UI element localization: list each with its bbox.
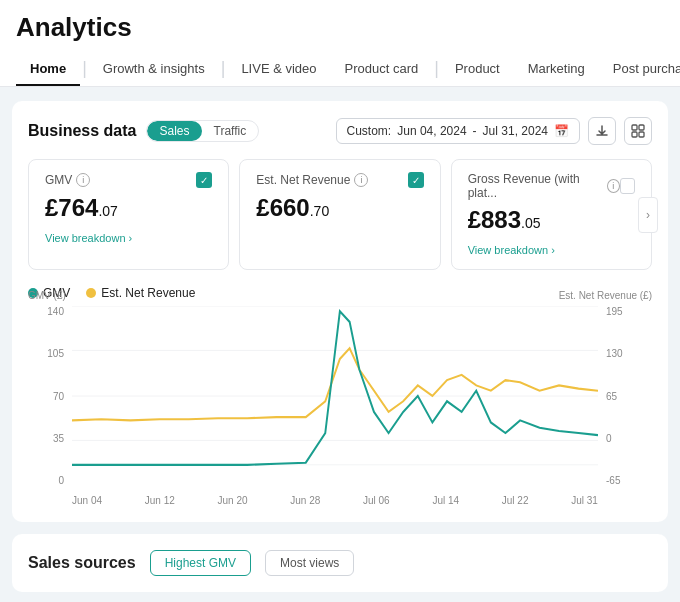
gmv-checkbox[interactable]: ✓: [196, 172, 212, 188]
card-header: Business data Sales Traffic Custom: Jun …: [28, 117, 652, 145]
gmv-breakdown-link[interactable]: View breakdown ›: [45, 232, 132, 244]
sales-sources-title: Sales sources: [28, 554, 136, 572]
sales-sources-card: Sales sources Highest GMV Most views: [12, 534, 668, 592]
nav-sep-3: |: [432, 58, 441, 79]
metrics-row: GMV i ✓ £764.07 View breakdown ›: [28, 159, 652, 270]
download-button[interactable]: [588, 117, 616, 145]
chart-y-axis-right: 195 130 65 0 -65: [602, 306, 652, 486]
card-title-row: Business data Sales Traffic: [28, 120, 259, 142]
nav-tabs: Home | Growth & insights | LIVE & video …: [16, 53, 664, 86]
chart-area: GMV (£) Est. Net Revenue (£) 140 105 70 …: [28, 306, 652, 506]
check-icon-2: ✓: [412, 175, 420, 186]
chart-ylabel-right: Est. Net Revenue (£): [532, 290, 652, 301]
net-revenue-legend-dot: [86, 288, 96, 298]
net-revenue-info-icon[interactable]: i: [354, 173, 368, 187]
gmv-label: GMV i: [45, 173, 90, 187]
gmv-metric-card: GMV i ✓ £764.07 View breakdown ›: [28, 159, 229, 270]
business-data-title: Business data: [28, 122, 136, 140]
calendar-icon: 📅: [554, 124, 569, 138]
date-range-label: Custom:: [347, 124, 392, 138]
tab-product[interactable]: Product: [441, 53, 514, 86]
chart-x-labels: Jun 04 Jun 12 Jun 20 Jun 28 Jul 06 Jul 1…: [72, 495, 598, 506]
date-range-controls: Custom: Jun 04, 2024 - Jul 31, 2024 📅: [336, 117, 652, 145]
chart-ylabel-left: GMV (£): [28, 290, 66, 301]
tab-marketing[interactable]: Marketing: [514, 53, 599, 86]
gross-revenue-value: £883.05: [468, 206, 635, 234]
tab-home[interactable]: Home: [16, 53, 80, 86]
chart-svg: [72, 306, 598, 486]
grid-button[interactable]: [624, 117, 652, 145]
date-range-button[interactable]: Custom: Jun 04, 2024 - Jul 31, 2024 📅: [336, 118, 580, 144]
traffic-tab-btn[interactable]: Traffic: [202, 121, 259, 141]
nav-sep-1: |: [80, 58, 89, 79]
most-views-tab[interactable]: Most views: [265, 550, 354, 576]
business-data-card: Business data Sales Traffic Custom: Jun …: [12, 101, 668, 522]
sales-sources-header: Sales sources Highest GMV Most views: [28, 550, 652, 576]
gross-revenue-checkbox[interactable]: [620, 178, 635, 194]
net-revenue-legend-item: Est. Net Revenue: [86, 286, 195, 300]
nav-sep-2: |: [219, 58, 228, 79]
metrics-scroll-right-button[interactable]: ›: [638, 197, 658, 233]
net-revenue-metric-card: Est. Net Revenue i ✓ £660.70: [239, 159, 440, 270]
net-revenue-legend-label: Est. Net Revenue: [101, 286, 195, 300]
tab-live-video[interactable]: LIVE & video: [227, 53, 330, 86]
date-range-separator: -: [473, 124, 477, 138]
tab-growth-insights[interactable]: Growth & insights: [89, 53, 219, 86]
sales-tab-btn[interactable]: Sales: [147, 121, 201, 141]
check-icon: ✓: [200, 175, 208, 186]
tab-post-purchase[interactable]: Post purchase: [599, 53, 680, 86]
gross-revenue-label: Gross Revenue (with plat... i: [468, 172, 620, 200]
net-revenue-checkbox[interactable]: ✓: [408, 172, 424, 188]
svg-rect-3: [639, 132, 644, 137]
main-content: Business data Sales Traffic Custom: Jun …: [0, 87, 680, 602]
svg-rect-0: [632, 125, 637, 130]
svg-rect-1: [639, 125, 644, 130]
tab-product-card[interactable]: Product card: [331, 53, 433, 86]
date-range-from: Jun 04, 2024: [397, 124, 466, 138]
chart-container: GMV Est. Net Revenue GMV (£) Est. Net Re…: [28, 286, 652, 506]
gmv-info-icon[interactable]: i: [76, 173, 90, 187]
date-range-to: Jul 31, 2024: [483, 124, 548, 138]
gross-revenue-info-icon[interactable]: i: [607, 179, 620, 193]
highest-gmv-tab[interactable]: Highest GMV: [150, 550, 251, 576]
chart-y-axis-left: 140 105 70 35 0: [28, 306, 68, 486]
gmv-value: £764.07: [45, 194, 212, 222]
net-revenue-value: £660.70: [256, 194, 423, 222]
net-revenue-label: Est. Net Revenue i: [256, 173, 368, 187]
chart-svg-container: [72, 306, 598, 486]
page-title: Analytics: [16, 12, 664, 43]
gross-revenue-breakdown-link[interactable]: View breakdown ›: [468, 244, 555, 256]
sales-traffic-toggle: Sales Traffic: [146, 120, 259, 142]
svg-rect-2: [632, 132, 637, 137]
gross-revenue-metric-card: Gross Revenue (with plat... i £883.05 Vi…: [451, 159, 652, 270]
top-header: Analytics Home | Growth & insights | LIV…: [0, 0, 680, 87]
